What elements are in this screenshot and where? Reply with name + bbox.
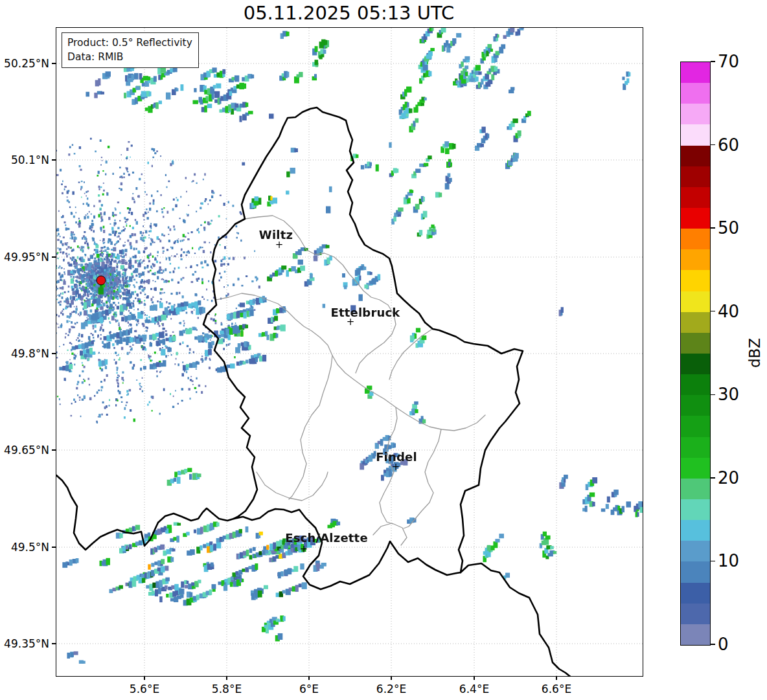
colorbar-tick-label: 0 — [718, 635, 729, 654]
radar-site-marker — [97, 276, 106, 286]
colorbar-tick-label: 40 — [718, 302, 739, 321]
x-tick-mark — [391, 676, 391, 680]
city-marker-icon: + — [300, 545, 308, 554]
colorbar-band — [681, 561, 710, 582]
colorbar-tick-mark — [711, 311, 715, 312]
border-layer — [56, 28, 643, 676]
colorbar-tick-label: 70 — [718, 52, 739, 71]
y-tick-label: 49.95°N — [4, 251, 49, 264]
colorbar — [680, 62, 711, 646]
x-tick-label: 5.6°E — [130, 683, 159, 695]
colorbar-band — [681, 624, 710, 645]
region-border — [404, 429, 441, 528]
y-tick-mark — [52, 159, 56, 160]
x-tick-label: 5.8°E — [212, 683, 242, 695]
radar-figure: 05.11.2025 05:13 UTC 5.6°E5.8°E6°E6.2°E6… — [0, 0, 767, 700]
y-tick-label: 49.35°N — [4, 637, 49, 650]
colorbar-band — [681, 416, 710, 436]
y-tick-label: 49.8°N — [11, 347, 49, 360]
colorbar-tick-label: 30 — [718, 385, 739, 404]
colorbar-band — [681, 104, 710, 124]
y-tick-label: 50.1°N — [11, 153, 49, 166]
y-tick-mark — [52, 449, 56, 450]
colorbar-tick-label: 10 — [718, 551, 739, 570]
colorbar-band — [681, 520, 710, 541]
x-tick-mark — [474, 676, 474, 680]
colorbar-tick-label: 50 — [718, 218, 739, 238]
colorbar-band — [681, 541, 710, 561]
colorbar-band — [681, 312, 710, 333]
colorbar-tick-mark — [711, 477, 715, 479]
country-border — [203, 107, 523, 589]
country-border — [461, 563, 572, 676]
colorbar-tick-label: 20 — [718, 468, 739, 488]
y-tick-mark — [52, 643, 56, 644]
y-tick-mark — [52, 353, 56, 354]
x-tick-mark — [308, 676, 309, 680]
colorbar-band — [681, 249, 710, 270]
y-tick-mark — [52, 256, 56, 257]
x-tick-label: 6°E — [299, 683, 319, 695]
x-tick-label: 6.6°E — [542, 683, 571, 695]
y-tick-label: 49.5°N — [11, 541, 49, 554]
map-plot: 5.6°E5.8°E6°E6.2°E6.4°E6.6°E50.25°N50.1°… — [56, 27, 643, 677]
y-tick-label: 49.65°N — [4, 444, 49, 457]
x-tick-mark — [556, 676, 556, 680]
colorbar-band — [681, 583, 710, 604]
colorbar-band — [681, 354, 710, 374]
city-label: Esch/Alzette — [285, 531, 368, 545]
colorbar-band — [681, 395, 710, 416]
colorbar-tick-mark — [711, 561, 715, 562]
x-tick-label: 6.2°E — [376, 683, 406, 695]
city-marker-icon: + — [392, 462, 400, 472]
data-source-line: Data: RMIB — [67, 50, 192, 64]
colorbar-band — [681, 479, 710, 499]
colorbar-band — [681, 124, 710, 145]
region-border — [389, 330, 431, 379]
colorbar-band — [681, 62, 710, 83]
colorbar-band — [681, 437, 710, 458]
colorbar-tick-mark — [711, 61, 715, 62]
colorbar-tick-label: 60 — [718, 135, 739, 155]
colorbar-band — [681, 166, 710, 187]
colorbar-band — [681, 146, 710, 166]
y-tick-mark — [52, 547, 56, 547]
x-tick-mark — [226, 676, 227, 680]
colorbar-band — [681, 458, 710, 479]
colorbar-band — [681, 208, 710, 229]
colorbar-band — [681, 291, 710, 312]
colorbar-tick-mark — [711, 394, 715, 396]
y-tick-mark — [52, 63, 56, 63]
product-line: Product: 0.5° Reflectivity — [67, 36, 192, 50]
city-marker-icon: + — [347, 317, 355, 327]
colorbar-band — [681, 333, 710, 354]
y-tick-label: 50.25°N — [4, 57, 49, 70]
city-marker-icon: + — [275, 240, 284, 250]
colorbar-band — [681, 374, 710, 395]
colorbar-band — [681, 499, 710, 520]
colorbar-band — [681, 83, 710, 104]
colorbar-band — [681, 270, 710, 291]
figure-title: 05.11.2025 05:13 UTC — [56, 1, 642, 25]
country-border — [56, 475, 234, 550]
colorbar-axis-label: dBZ — [746, 338, 763, 368]
colorbar-band — [681, 604, 710, 624]
product-info-box: Product: 0.5° Reflectivity Data: RMIB — [62, 32, 199, 68]
colorbar-band — [681, 187, 710, 208]
colorbar-tick-mark — [711, 644, 715, 645]
x-tick-label: 6.4°E — [459, 683, 489, 695]
city-label: Ettelbruck — [330, 306, 400, 319]
colorbar-tick-mark — [711, 144, 715, 146]
colorbar-tick-mark — [711, 227, 715, 229]
colorbar-band — [681, 229, 710, 249]
x-tick-mark — [144, 676, 144, 680]
